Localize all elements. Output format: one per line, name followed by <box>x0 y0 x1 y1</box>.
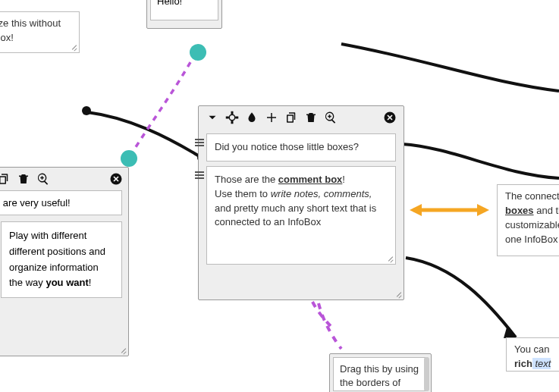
target-icon[interactable] <box>225 110 240 125</box>
note-hello-panel[interactable]: Hello! <box>146 0 222 29</box>
panel-drag-note[interactable]: Drag this by using the borders of <box>329 353 432 392</box>
left-play-post: ! <box>89 277 92 288</box>
left-toolbar <box>0 168 128 190</box>
br-l2b: text <box>532 358 551 369</box>
edge-right-lower <box>406 258 516 337</box>
tint-icon[interactable] <box>244 110 259 125</box>
edge-top-right <box>341 44 559 91</box>
center-body-box[interactable]: Those are the comment box! Use them to w… <box>206 166 396 265</box>
trash-icon[interactable] <box>16 171 31 187</box>
close-icon[interactable] <box>382 110 397 125</box>
connection-dot[interactable] <box>190 44 206 61</box>
note-hello-text[interactable]: Hello! <box>150 0 218 20</box>
trash-icon[interactable] <box>303 110 319 125</box>
right-l4: one InfoBox to a <box>505 234 559 245</box>
center-l2b: and pretty much any short text that is c… <box>215 202 376 228</box>
left-top-text[interactable]: xes are very useful! <box>0 190 122 215</box>
drag-note-content: Drag this by using the borders of <box>340 363 419 388</box>
left-play-col[interactable]: Play with different different positions … <box>1 221 122 298</box>
panel-center[interactable]: Did you notice those little boxes? Those… <box>198 105 404 300</box>
close-icon[interactable] <box>108 171 124 187</box>
left-top-text-content: xes are very useful! <box>0 197 71 209</box>
left-play-bold: you want <box>46 277 88 288</box>
drag-note-text[interactable]: Drag this by using the borders of <box>333 357 428 391</box>
center-title-box[interactable]: Did you notice those little boxes? <box>206 133 396 162</box>
right-l2b: and the li <box>534 205 559 216</box>
copy-icon[interactable] <box>0 171 11 187</box>
arrowhead-orange-right <box>477 204 489 216</box>
edge-into-center <box>87 112 202 158</box>
center-l2a: Use them to <box>215 188 271 199</box>
resize-handle[interactable] <box>386 255 394 262</box>
right-l2a: boxes <box>505 205 534 216</box>
edge-purple-1 <box>129 53 196 158</box>
chevron-down-icon[interactable] <box>205 110 220 125</box>
center-title-text: Did you notice those little boxes? <box>215 141 359 152</box>
br-l1: You can <box>514 343 550 355</box>
right-l1: The connectors <box>505 190 559 202</box>
drag-handle-icon[interactable] <box>195 139 204 146</box>
center-body-bu: comment box <box>278 174 343 185</box>
resize-handle[interactable] <box>119 347 127 354</box>
note-resize[interactable]: esize this without foBox! <box>0 11 80 53</box>
arrowhead-orange-left <box>410 204 422 216</box>
zoom-icon[interactable] <box>36 171 51 187</box>
resize-handle[interactable] <box>394 290 402 298</box>
edge-right-upper <box>402 144 559 178</box>
panel-left[interactable]: xes are very useful! Play with different… <box>0 167 129 356</box>
br-l2a: rich <box>514 358 532 369</box>
center-body-exclaim: ! <box>342 174 345 185</box>
edge-purple-2 <box>319 303 341 349</box>
drag-handle-icon[interactable] <box>195 171 204 179</box>
center-toolbar <box>199 106 404 129</box>
connection-dot[interactable] <box>121 150 137 167</box>
zoom-icon[interactable] <box>323 110 338 125</box>
plus-icon[interactable] <box>264 110 279 125</box>
edge-endpoint-dot <box>82 106 91 115</box>
note-right[interactable]: The connectors boxes and the li customiz… <box>497 184 559 256</box>
copy-icon[interactable] <box>284 110 299 125</box>
scroll-indicator[interactable] <box>424 357 429 391</box>
arrowhead-black <box>504 328 516 338</box>
right-l3: customizable jus <box>505 219 559 230</box>
edge-purple-2b <box>312 302 331 326</box>
resize-handle[interactable] <box>70 43 77 51</box>
note-bottom-right[interactable]: You can rich text <box>506 337 559 372</box>
note-resize-text: esize this without foBox! <box>0 17 61 43</box>
center-body-pre: Those are the <box>215 174 278 185</box>
center-l2i: write notes, comments, <box>271 188 372 199</box>
